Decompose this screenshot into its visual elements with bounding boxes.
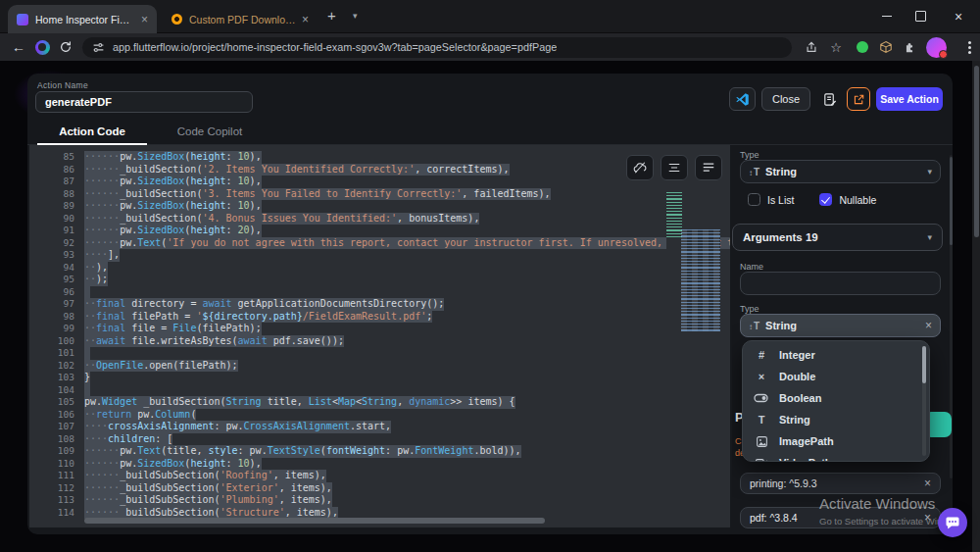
arguments-label: Arguments 19	[743, 231, 927, 243]
open-external-button[interactable]	[847, 87, 870, 111]
action-name-input[interactable]: generatePDF	[35, 91, 253, 113]
url-text: app.flutterflow.io/project/home-inspecto…	[113, 41, 557, 53]
back-button[interactable]: ←	[8, 33, 29, 61]
argument-name-input[interactable]	[740, 272, 941, 295]
code-line: 90······_buildSection('4. Bonus Issues Y…	[29, 213, 730, 226]
close-button[interactable]: Close	[761, 87, 810, 111]
type-select[interactable]: ↕T String ▾	[740, 160, 941, 183]
page-scrollbar[interactable]	[972, 61, 980, 552]
tab-search-chevron-icon[interactable]: ▾	[353, 11, 358, 21]
refresh-icon[interactable]	[55, 33, 76, 61]
code-line: 109······pw.Text(title, style: pw.TextSt…	[29, 445, 730, 458]
code-line: 103}	[29, 372, 730, 384]
type-menu-list: #Integer×DoubleBooleanTStringImagePathVi…	[743, 344, 921, 462]
tab-action-code[interactable]: Action Code	[37, 119, 147, 144]
double-multiply-icon: ×	[753, 371, 770, 382]
dependency-chip-printing[interactable]: printing: ^5.9.3 ×	[740, 473, 941, 494]
code-line: 96	[29, 286, 730, 299]
tab-title: Home Inspector Field Exam - Fi	[35, 14, 135, 25]
code-line: 92······pw.Text('If you do not agree wit…	[29, 237, 730, 250]
browser-menu-icon[interactable]	[960, 33, 978, 61]
minimap[interactable]	[666, 190, 720, 335]
extensions-puzzle-icon[interactable]	[899, 33, 920, 61]
code-line: 85······pw.SizedBox(height: 10),	[29, 151, 730, 164]
is-list-checkbox[interactable]	[748, 193, 760, 206]
inspector-panel: Type ↕T String ▾ Is List Nullable Argume…	[732, 145, 953, 534]
code-line: 110······pw.SizedBox(height: 10),	[29, 458, 730, 471]
remove-icon[interactable]: ×	[924, 511, 931, 525]
argument-type-input[interactable]: ↕T String ×	[740, 314, 941, 337]
tab-title: Custom PDF Download Action	[189, 14, 296, 25]
chevron-down-icon: ▾	[927, 232, 932, 242]
tab-close-icon[interactable]: ×	[302, 13, 309, 26]
menu-item-label: VideoPath	[779, 457, 832, 462]
action-name-label: Action Name	[37, 80, 88, 90]
bookmark-star-icon[interactable]: ☆	[825, 33, 847, 61]
code-editor[interactable]: 85······pw.SizedBox(height: 10),86······…	[29, 145, 730, 527]
string-type-icon: ↕T	[749, 321, 760, 331]
tab-close-icon[interactable]: ×	[141, 13, 148, 26]
menu-scrollbar[interactable]	[922, 346, 926, 456]
chevron-down-icon: ▾	[927, 167, 932, 176]
arguments-section-header[interactable]: Arguments 19 ▾	[732, 224, 943, 251]
code-line: 105pw.Widget _buildSection(String title,…	[29, 396, 730, 409]
arg-type-label: Type	[740, 304, 760, 314]
browser-tab-inactive[interactable]: Custom PDF Download Action ×	[163, 5, 318, 33]
remove-icon[interactable]: ×	[924, 477, 931, 490]
browser-action-icon[interactable]	[31, 33, 53, 61]
browser-tab-strip: Home Inspector Field Exam - Fi × Custom …	[0, 0, 980, 33]
code-line: 89······pw.SizedBox(height: 10),	[29, 200, 730, 213]
chat-bubble-button[interactable]	[938, 508, 967, 537]
window-close-button[interactable]: ×	[937, 0, 980, 32]
code-line: 91······pw.SizedBox(height: 20),	[29, 225, 730, 237]
clear-icon[interactable]: ×	[925, 319, 932, 332]
address-bar[interactable]: app.flutterflow.io/project/home-inspecto…	[82, 37, 792, 58]
wrap-lines-icon[interactable]	[695, 155, 722, 180]
dependency-chip-pdf[interactable]: pdf: ^3.8.4 ×	[740, 507, 941, 528]
window-maximize-button[interactable]	[904, 0, 937, 32]
new-tab-button[interactable]: +	[327, 7, 336, 24]
nullable-checkbox[interactable]	[819, 193, 832, 206]
menu-item-videopath[interactable]: VideoPath	[743, 452, 921, 462]
menu-item-integer[interactable]: #Integer	[743, 344, 921, 366]
editor-toolbar	[626, 155, 722, 180]
extension-green-icon[interactable]	[853, 33, 872, 61]
extension-cube-icon[interactable]	[875, 33, 897, 61]
format-code-icon[interactable]	[817, 87, 841, 111]
nullable-label: Nullable	[839, 194, 876, 206]
editor-tabs: Action Code Code Copilot	[27, 119, 953, 145]
arg-type-value: String	[765, 320, 919, 331]
share-icon[interactable]	[800, 33, 823, 61]
code-line: 108····children: [	[29, 433, 730, 446]
video-icon	[753, 457, 770, 462]
tune-icon	[92, 41, 105, 54]
code-line: 102··OpenFile.open(filePath);	[29, 360, 730, 373]
dependency-value: printing: ^5.9.3	[750, 477, 924, 489]
menu-item-string[interactable]: TString	[743, 409, 921, 430]
type-label: Type	[740, 150, 760, 160]
page-content: Action Name generatePDF Close Save Actio…	[0, 61, 980, 552]
align-center-icon[interactable]	[661, 155, 688, 180]
code-line: 112······_buildSubSection('Exterior', it…	[29, 482, 730, 495]
code-line: 107····crossAxisAlignment: pw.CrossAxisA…	[29, 421, 730, 433]
string-type-icon: T	[753, 414, 770, 426]
menu-item-imagepath[interactable]: ImagePath	[743, 430, 921, 452]
image-icon	[753, 435, 770, 448]
menu-item-label: String	[779, 414, 810, 426]
save-action-button[interactable]: Save Action	[876, 87, 943, 111]
profile-avatar[interactable]	[923, 33, 949, 61]
menu-item-label: Integer	[779, 349, 815, 361]
menu-item-boolean[interactable]: Boolean	[743, 387, 921, 409]
code-line: 87······pw.SizedBox(height: 10),	[29, 176, 730, 188]
type-options: Is List Nullable	[748, 193, 876, 206]
horizontal-scrollbar[interactable]	[84, 518, 545, 524]
tab-code-copilot[interactable]: Code Copilot	[161, 119, 259, 144]
vscode-button[interactable]	[729, 87, 756, 111]
menu-item-double[interactable]: ×Double	[743, 366, 921, 387]
browser-tab-active[interactable]: Home Inspector Field Exam - Fi ×	[8, 5, 157, 33]
browser-toolbar: ← app.flutterflow.io/project/home-inspec…	[0, 33, 980, 61]
name-label: Name	[740, 262, 763, 272]
cloud-off-icon[interactable]	[626, 155, 654, 180]
window-minimize-button[interactable]	[870, 0, 904, 32]
chat-icon	[945, 515, 960, 530]
